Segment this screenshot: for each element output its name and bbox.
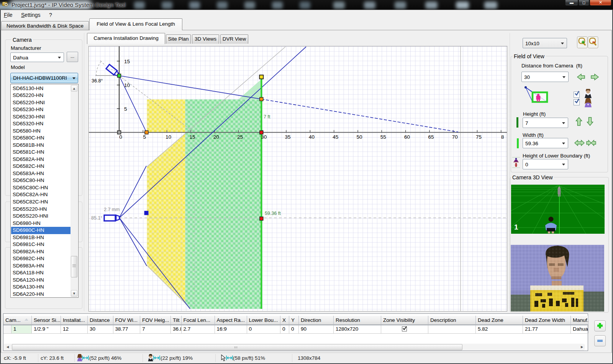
svg-text:55: 55 [380, 134, 386, 140]
svg-text:15: 15 [189, 134, 195, 140]
svg-text:70: 70 [452, 134, 458, 140]
svg-text:85.1°: 85.1° [91, 215, 102, 221]
svg-text:5: 5 [143, 134, 146, 140]
svg-text:25: 25 [237, 134, 243, 140]
svg-text:35: 35 [285, 134, 291, 140]
svg-text:59.36 ft: 59.36 ft [265, 211, 281, 216]
svg-text:75: 75 [476, 134, 482, 140]
svg-text:0: 0 [119, 134, 122, 140]
svg-text:7 ft: 7 ft [264, 114, 270, 120]
svg-text:30: 30 [261, 134, 267, 140]
svg-text:50: 50 [356, 134, 362, 140]
svg-text:65: 65 [428, 134, 434, 140]
svg-text:5: 5 [124, 106, 127, 112]
svg-text:45: 45 [333, 134, 338, 140]
svg-text:15: 15 [124, 59, 130, 64]
svg-text:10: 10 [166, 134, 171, 140]
svg-text:20: 20 [213, 134, 219, 140]
svg-text:60: 60 [404, 134, 410, 140]
svg-text:40: 40 [309, 134, 315, 140]
svg-text:10: 10 [124, 82, 130, 88]
svg-text:2.7 mm: 2.7 mm [104, 207, 120, 212]
svg-text:1: 1 [514, 223, 518, 231]
svg-text:36.8°: 36.8° [92, 78, 103, 84]
svg-text:8: 8 [501, 134, 504, 140]
